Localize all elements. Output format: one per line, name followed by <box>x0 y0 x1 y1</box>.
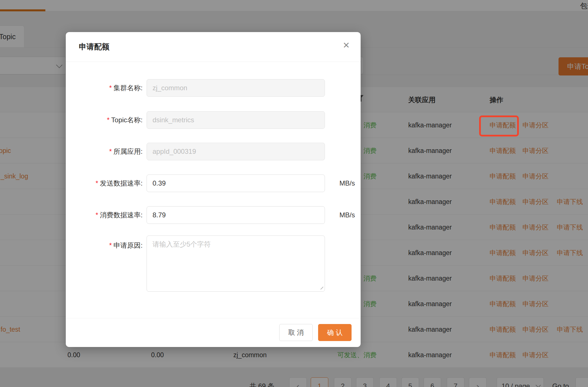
form-row-cluster-name: *集群名称: <box>66 79 361 97</box>
page: 包梦 Topic 申请Topic 关联应用 操作 可发送、消费 kafka-ma… <box>0 0 588 387</box>
field-label-text: Topic名称: <box>111 116 143 124</box>
modal-header: 申请配额 ✕ <box>66 32 361 62</box>
apply-reason-wrap <box>147 235 325 292</box>
field-label: *集群名称: <box>66 79 143 97</box>
field-label: *消费数据速率: <box>66 206 143 224</box>
form-row-topic-name: *Topic名称: <box>66 111 361 129</box>
required-asterisk: * <box>109 148 112 155</box>
field-label: *所属应用: <box>66 143 143 160</box>
field-label: *发送数据速率: <box>66 174 143 192</box>
field-label-text: 消费数据速率: <box>100 211 143 219</box>
apply-quota-modal: 申请配额 ✕ *集群名称: *Topic名称: *所属应用: *发送数据速率: … <box>66 32 361 347</box>
required-asterisk: * <box>109 241 112 249</box>
field-label-text: 发送数据速率: <box>100 179 143 187</box>
confirm-button[interactable]: 确 认 <box>318 324 352 341</box>
field-label-text: 集群名称: <box>113 84 143 92</box>
field-label-text: 申请原因: <box>113 241 143 249</box>
required-asterisk: * <box>96 211 98 219</box>
consume-rate-field[interactable] <box>147 206 325 224</box>
form-row-consume-rate: *消费数据速率: MB/s <box>66 206 361 224</box>
send-rate-field[interactable] <box>147 174 325 192</box>
cancel-button-label: 取 消 <box>288 328 304 337</box>
field-label: *申请原因: <box>66 235 143 255</box>
form-row-owner-app: *所属应用: <box>66 143 361 160</box>
apply-reason-textarea[interactable] <box>147 235 325 292</box>
form-row-send-rate: *发送数据速率: MB/s <box>66 174 361 192</box>
red-highlight-annotation <box>479 115 519 136</box>
required-asterisk: * <box>107 116 109 124</box>
cluster-name-field[interactable] <box>147 79 325 97</box>
field-label-text: 所属应用: <box>113 148 143 155</box>
topic-name-field[interactable] <box>147 111 325 129</box>
required-asterisk: * <box>109 84 112 92</box>
consume-rate-unit: MB/s <box>339 206 355 224</box>
confirm-button-label: 确 认 <box>327 328 343 337</box>
field-label: *Topic名称: <box>66 111 143 129</box>
cancel-button[interactable]: 取 消 <box>279 324 313 341</box>
modal-title: 申请配额 <box>79 42 109 52</box>
form-row-apply-reason: *申请原因: <box>66 235 361 292</box>
owner-app-field[interactable] <box>147 143 325 160</box>
required-asterisk: * <box>96 179 98 187</box>
close-icon[interactable]: ✕ <box>343 41 350 50</box>
send-rate-unit: MB/s <box>339 174 355 192</box>
modal-footer: 取 消 确 认 <box>66 318 361 347</box>
